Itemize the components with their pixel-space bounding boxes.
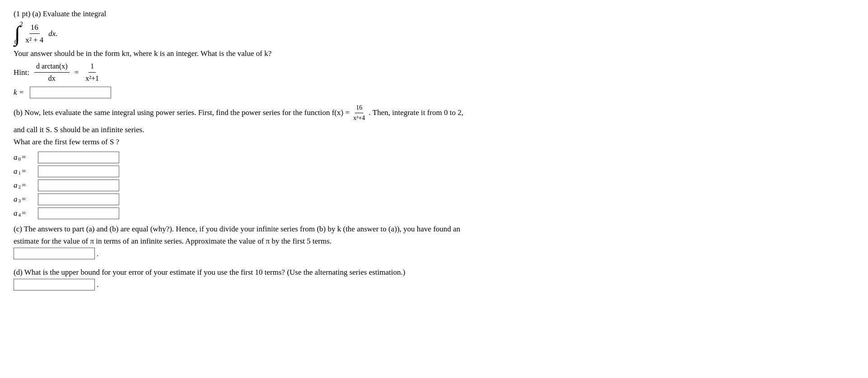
- a3-input[interactable]: [38, 194, 119, 205]
- integral-fraction: 16 x² + 4: [24, 22, 45, 46]
- k-input[interactable]: [30, 87, 111, 98]
- integral-display: 2 ∫ 0 16 x² + 4 dx.: [14, 22, 854, 46]
- a1-label: a1 =: [14, 166, 35, 177]
- dx-label: dx.: [48, 28, 57, 40]
- k-answer-row: k =: [14, 87, 854, 98]
- part-b-section: (b) Now, lets evaluate the same integral…: [14, 103, 854, 148]
- part-c-answer-row: .: [14, 248, 854, 260]
- problem-container: (1 pt) (a) Evaluate the integral 2 ∫ 0 1…: [14, 8, 854, 290]
- series-row-a2: a2 =: [14, 180, 854, 191]
- hint-rhs-fraction: 1 x²+1: [84, 61, 101, 84]
- integral-denominator: x² + 4: [24, 34, 45, 46]
- part-c-section: (c) The answers to part (a) and (b) are …: [14, 223, 854, 260]
- series-row-a4: a4 =: [14, 207, 854, 219]
- part-b-line1: (b) Now, lets evaluate the same integral…: [14, 103, 854, 124]
- part-c-line2: estimate for the value of π in terms of …: [14, 235, 854, 247]
- hint-lhs-fraction: d arctan(x) dx: [34, 61, 70, 84]
- a3-label: a3 =: [14, 194, 35, 205]
- hint-equals: =: [75, 67, 79, 78]
- k-label: k =: [14, 87, 27, 98]
- part-d-answer-row: .: [14, 278, 854, 290]
- a0-label: a0 =: [14, 152, 35, 163]
- part-c-period: .: [97, 248, 98, 260]
- series-rows: a0 = a1 = a2 = a3 = a4 =: [14, 152, 854, 219]
- answer-form-text: Your answer should be in the form kπ, wh…: [14, 48, 854, 60]
- fx-numerator: 16: [355, 103, 363, 113]
- part-d-text: (d) What is the upper bound for your err…: [14, 266, 854, 278]
- fx-denominator: x²+4: [352, 113, 366, 123]
- integral-lower: 0: [14, 39, 18, 46]
- a4-input[interactable]: [38, 207, 119, 219]
- points-label: (1 pt): [14, 9, 30, 18]
- integral-upper: 2: [20, 21, 23, 28]
- problem-header: (1 pt) (a) Evaluate the integral: [14, 8, 854, 20]
- part-d-section: (d) What is the upper bound for your err…: [14, 266, 854, 290]
- part-c-line1: (c) The answers to part (a) and (b) are …: [14, 223, 854, 235]
- a1-input[interactable]: [38, 166, 119, 177]
- part-d-input[interactable]: [14, 279, 95, 290]
- integral-numerator: 16: [29, 22, 40, 34]
- a2-input[interactable]: [38, 180, 119, 191]
- integral-symbol-wrap: 2 ∫ 0: [14, 23, 21, 45]
- hint-label: Hint:: [14, 67, 29, 78]
- part-b-line3: What are the first few terms of S ?: [14, 136, 854, 148]
- part-a-label: (a): [33, 9, 41, 18]
- a2-label: a2 =: [14, 180, 35, 191]
- a0-input[interactable]: [38, 152, 119, 163]
- a4-label: a4 =: [14, 207, 35, 219]
- hint-line: Hint: d arctan(x) dx = 1 x²+1: [14, 61, 854, 84]
- hint-lhs-denominator: dx: [47, 73, 57, 84]
- hint-lhs-numerator: d arctan(x): [34, 61, 70, 73]
- hint-rhs-numerator: 1: [89, 61, 96, 73]
- evaluate-text: Evaluate the integral: [43, 9, 107, 18]
- fx-fraction: 16 x²+4: [352, 103, 366, 124]
- series-row-a0: a0 =: [14, 152, 854, 163]
- part-c-input[interactable]: [14, 248, 95, 259]
- series-row-a3: a3 =: [14, 194, 854, 205]
- fx-label: f(x) =: [332, 108, 350, 117]
- series-row-a1: a1 =: [14, 166, 854, 177]
- hint-rhs-denominator: x²+1: [84, 73, 101, 84]
- part-b-line2: and call it S. S should be an infinite s…: [14, 124, 854, 136]
- part-d-period: .: [97, 278, 98, 290]
